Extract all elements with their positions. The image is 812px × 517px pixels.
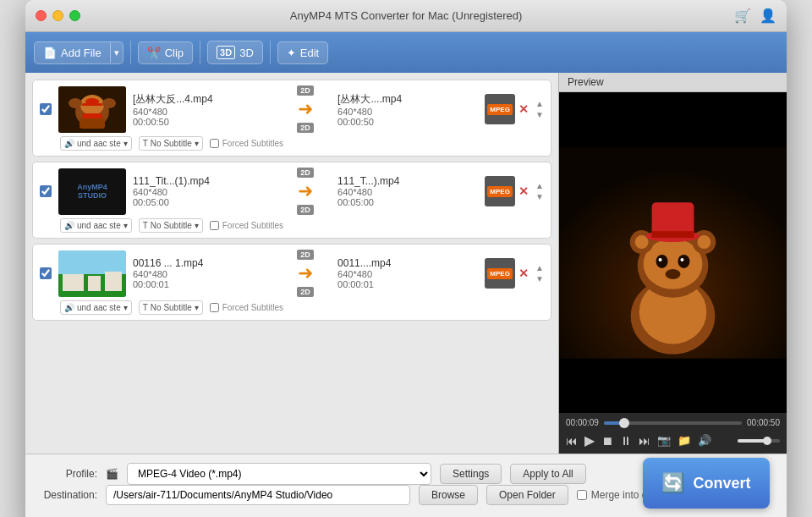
file-thumb-1 (58, 86, 126, 133)
arrow-icon-3: ➜ (298, 262, 313, 284)
skip-forward-button[interactable]: ⏭ (639, 434, 650, 448)
svg-rect-13 (105, 272, 122, 291)
edit-button[interactable]: ✦ Edit (277, 41, 328, 64)
file-item-2-bottom: 🔊 und aac ste ▾ T No Subtitle ▾ Forced S… (40, 218, 544, 233)
close-item-3[interactable]: ✕ (518, 267, 529, 280)
file-item-3-top: 00116 ... 1.mp4 640*480 00:00:01 2D ➜ 2D… (40, 250, 544, 297)
subtitle-dropdown-1: ▾ (195, 139, 199, 148)
svg-point-32 (666, 268, 681, 278)
skip-back-button[interactable]: ⏮ (566, 434, 578, 448)
progress-track[interactable] (604, 421, 742, 425)
maximize-button[interactable] (69, 10, 80, 21)
clip-button[interactable]: ✂️ Clip (138, 41, 193, 64)
subtitle-dropdown-3: ▾ (195, 303, 199, 312)
settings-button[interactable]: Settings (440, 464, 502, 484)
clip-icon: ✂️ (147, 47, 161, 59)
volume-track[interactable] (738, 439, 780, 443)
3d-icon: 3D (217, 46, 235, 59)
audio-select-2[interactable]: 🔊 und aac ste ▾ (60, 218, 132, 233)
output-badge-2: 2D (297, 205, 314, 215)
subtitle-icon-2: T (143, 221, 148, 230)
close-item-1[interactable]: ✕ (518, 102, 529, 116)
time-total: 00:00:50 (747, 418, 780, 427)
add-file-icon: 📄 (43, 47, 57, 59)
format-btn-1[interactable]: MPEG (485, 94, 515, 124)
progress-bar-row: 00:00:09 00:00:50 (566, 418, 780, 427)
scroll-btns-2: ▲ ▼ (535, 181, 544, 201)
profile-label: Profile: (38, 468, 97, 480)
title-bar: AnyMP4 MTS Converter for Mac (Unregister… (25, 0, 787, 32)
file-checkbox-3[interactable] (40, 267, 52, 279)
file-checkbox-1[interactable] (40, 103, 52, 115)
scroll-btns-1: ▲ ▼ (535, 99, 544, 119)
app-window: AnyMP4 MTS Converter for Mac (Unregister… (25, 0, 787, 517)
user-icon[interactable]: 👤 (760, 8, 776, 24)
scroll-down-2[interactable]: ▼ (535, 192, 544, 201)
merge-checkbox[interactable] (577, 490, 587, 500)
cart-icon[interactable]: 🛒 (734, 8, 751, 24)
file-item-2: AnyMP4STUDIO 111_Tit...(1).mp4 640*480 0… (32, 162, 551, 239)
minimize-button[interactable] (52, 10, 63, 21)
output-dur-2: 00:05:00 (337, 197, 478, 207)
snapshot-button[interactable]: 📷 (657, 434, 671, 447)
file-list: [丛林大反...4.mp4 640*480 00:00:50 2D ➜ 2D [… (25, 73, 558, 454)
title-actions: 🛒 👤 (734, 8, 776, 24)
subtitle-icon-1: T (143, 139, 148, 148)
arrow-area-1: 2D ➜ 2D (280, 85, 331, 133)
scroll-up-2[interactable]: ▲ (535, 181, 544, 190)
file-res-2: 640*480 (133, 187, 273, 197)
file-item-2-top: AnyMP4STUDIO 111_Tit...(1).mp4 640*480 0… (40, 168, 544, 215)
profile-select[interactable]: MPEG-4 Video (*.mp4) (127, 463, 431, 485)
format-label-2: MPEG (487, 186, 513, 197)
format-btn-2[interactable]: MPEG (485, 176, 515, 206)
svg-rect-35 (652, 231, 694, 238)
audio-icon-1: 🔊 (64, 139, 74, 148)
file-actions-2: MPEG ✕ (485, 176, 529, 206)
forced-sub-checkbox-3[interactable] (210, 303, 219, 312)
output-info-1: [丛林大....mp4 640*480 00:00:50 (337, 92, 478, 127)
play-button[interactable]: ▶ (584, 432, 595, 448)
convert-button[interactable]: 🔄 Convert (643, 458, 770, 509)
dest-input[interactable] (106, 485, 410, 505)
3d-button[interactable]: 3D 3D (207, 41, 263, 64)
add-file-dropdown[interactable]: ▾ (110, 43, 123, 63)
audio-select-1[interactable]: 🔊 und aac ste ▾ (60, 136, 132, 151)
open-folder-button[interactable]: Open Folder (486, 485, 568, 505)
file-res-1: 640*480 (133, 107, 273, 117)
audio-icon-3: 🔊 (64, 303, 74, 312)
scroll-down-1[interactable]: ▼ (535, 110, 544, 119)
apply-to-all-button[interactable]: Apply to All (510, 464, 585, 484)
close-item-2[interactable]: ✕ (518, 184, 529, 198)
file-actions-1: MPEG ✕ (485, 94, 529, 124)
stop-button[interactable]: ⏹ (601, 434, 613, 448)
controls-row: ⏮ ▶ ⏹ ⏸ ⏭ 📷 📁 🔊 (566, 432, 780, 448)
audio-select-3[interactable]: 🔊 und aac ste ▾ (60, 300, 132, 315)
input-badge-1: 2D (297, 85, 314, 96)
scroll-up-3[interactable]: ▲ (535, 263, 544, 272)
file-item-3: 00116 ... 1.mp4 640*480 00:00:01 2D ➜ 2D… (32, 244, 551, 321)
subtitle-select-3[interactable]: T No Subtitle ▾ (139, 300, 203, 315)
forced-sub-checkbox-2[interactable] (210, 221, 219, 230)
file-info-1: [丛林大反...4.mp4 640*480 00:00:50 (133, 92, 273, 127)
subtitle-select-2[interactable]: T No Subtitle ▾ (139, 218, 203, 233)
file-checkbox-2[interactable] (40, 185, 52, 197)
folder-button[interactable]: 📁 (678, 434, 691, 447)
traffic-lights (36, 10, 80, 21)
format-btn-3[interactable]: MPEG (485, 258, 515, 289)
progress-thumb (619, 418, 629, 428)
arrow-icon-1: ➜ (298, 98, 313, 120)
scroll-down-3[interactable]: ▼ (535, 274, 544, 283)
browse-button[interactable]: Browse (419, 485, 478, 505)
add-file-button[interactable]: 📄 Add File (35, 42, 110, 63)
toolbar-divider-2 (200, 41, 200, 64)
output-badge-1: 2D (297, 123, 314, 133)
volume-thumb (763, 437, 771, 445)
forced-sub-checkbox-1[interactable] (210, 139, 219, 148)
file-info-2: 111_Tit...(1).mp4 640*480 00:05:00 (133, 175, 273, 207)
pause-button[interactable]: ⏸ (620, 434, 632, 448)
close-button[interactable] (36, 10, 47, 21)
output-info-2: 111_T...).mp4 640*480 00:05:00 (337, 175, 478, 207)
scroll-up-1[interactable]: ▲ (535, 99, 544, 108)
input-badge-3: 2D (297, 250, 314, 260)
subtitle-select-1[interactable]: T No Subtitle ▾ (139, 136, 203, 151)
